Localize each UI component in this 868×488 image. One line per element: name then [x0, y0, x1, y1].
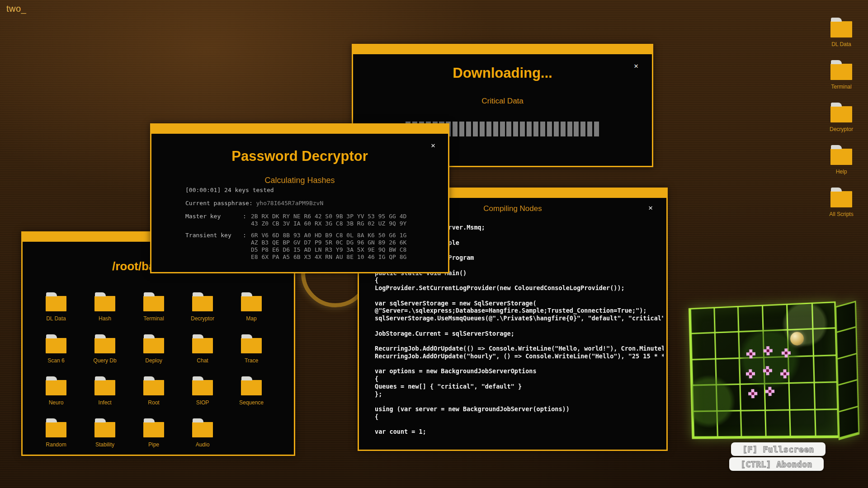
folder-icon [94, 422, 115, 437]
decryptor-titlebar[interactable] [151, 125, 448, 134]
folder-icon [192, 422, 213, 437]
folder-label: Deploy [145, 357, 162, 364]
folder-item[interactable]: Terminal [129, 290, 178, 332]
desktop-icon-label: Decryptor [830, 126, 853, 132]
code-line [375, 360, 664, 368]
master-key-row: Master key : 2B RX DK RY NE R6 42 S0 9B … [185, 213, 439, 227]
flower-sprite [763, 366, 773, 375]
keys-tested-line: [00:00:01] 24 keys tested [185, 187, 439, 194]
folder-item[interactable]: Sequence [227, 374, 276, 416]
code-line: LogProvider.SetCurrentLogProvider(new Co… [375, 284, 664, 292]
passphrase-label: Current passphrase: [185, 200, 256, 206]
folder-icon [46, 422, 66, 437]
folder-item[interactable]: SIOP [178, 374, 227, 416]
folder-item[interactable]: DL Data [32, 290, 80, 332]
folder-label: Decryptor [191, 315, 214, 322]
desktop-icon[interactable]: DL Data [824, 21, 859, 47]
master-key-hex: 2B RX DK RY NE R6 42 S0 9B 3P YV 53 95 G… [251, 213, 406, 227]
folder-icon [830, 21, 852, 38]
folder-item[interactable]: Decryptor [178, 290, 227, 332]
code-line [375, 337, 664, 345]
hex-line: AZ B3 QE BP GV D7 P9 5R 0C DG 96 GN 89 2… [251, 239, 406, 246]
code-line [375, 292, 664, 300]
desktop-icon-column: DL Data Terminal Decryptor Help All Scri… [824, 21, 859, 217]
file-manager-path: /root/ba [112, 259, 155, 273]
folder-icon [830, 149, 852, 165]
code-line: { [375, 277, 664, 284]
folder-item[interactable]: Neuro [32, 374, 80, 416]
folder-label: Map [246, 315, 256, 322]
folder-icon [143, 380, 164, 395]
folder-icon [192, 296, 213, 311]
key-colon: : [243, 213, 251, 227]
folder-label: Hash [99, 315, 111, 322]
hex-line: 6R V6 6D 8B 93 A0 HD B9 C8 0L 8A K6 50 G… [251, 232, 406, 239]
code-line: RecurringJob.AddOrUpdate("hourly", () =>… [375, 352, 664, 360]
desktop-icon[interactable]: Help [824, 149, 859, 175]
code-line: Queues = new[] { "critical", "default" } [375, 383, 664, 390]
folder-item[interactable]: Trace [227, 332, 276, 374]
folder-label: Sequence [239, 399, 264, 406]
desktop-icon[interactable]: All Scripts [824, 191, 859, 217]
code-line: sqlServerStorage.UseMsmqQueues(@".\Priva… [375, 314, 664, 322]
desktop-icon[interactable]: Decryptor [824, 106, 859, 132]
folder-item[interactable]: Scan 6 [32, 332, 80, 374]
folder-icon [192, 380, 213, 395]
folder-label: Audio [196, 441, 210, 448]
folder-label: SIOP [196, 399, 209, 406]
folder-item[interactable]: Infect [80, 374, 129, 416]
folder-label: Stability [95, 441, 114, 448]
folder-item[interactable]: Deploy [129, 332, 178, 374]
downloading-titlebar[interactable] [353, 45, 652, 54]
session-label: two_ [6, 4, 26, 14]
folder-icon [143, 296, 164, 311]
desktop-icon-label: All Scripts [829, 211, 853, 217]
folder-item[interactable]: Audio [178, 416, 227, 458]
decryptor-status: Calculating Hashes [151, 176, 448, 185]
hex-line: 43 Z0 CB 3V IA 60 RX 3G C8 3B RG 02 UZ 9… [251, 220, 406, 227]
hud-button[interactable]: [F] Fullscreen [731, 442, 826, 456]
folder-item[interactable]: Pipe [129, 416, 178, 458]
hex-line: D5 P8 E6 D6 I5 AD LN R3 Y9 3A 5X 9E 9Q B… [251, 246, 406, 253]
hud-button-stack: [F] Fullscreen [CTRL] Abondon [729, 442, 826, 471]
decryptor-terminal: [00:00:01] 24 keys tested Current passph… [185, 187, 439, 265]
folder-label: Pipe [148, 441, 159, 448]
hud-button[interactable]: [CTRL] Abondon [729, 457, 824, 471]
code-line: var count = 1; [375, 428, 664, 436]
folder-item[interactable]: Hash [80, 290, 129, 332]
folder-icon [830, 64, 852, 80]
folder-item[interactable]: Chat [178, 332, 227, 374]
folder-icon [241, 380, 262, 395]
flower-sprite [746, 369, 755, 379]
transient-key-row: Transient key : 6R V6 6D 8B 93 A0 HD B9 … [185, 232, 439, 261]
flower-sprite [763, 346, 773, 356]
code-line [375, 421, 664, 428]
folder-item[interactable]: Query Db [80, 332, 129, 374]
downloading-title: Downloading... [353, 65, 652, 81]
desktop-icon-label: DL Data [831, 41, 851, 47]
folder-icon [830, 191, 852, 207]
folder-icon [46, 380, 66, 395]
folder-icon [241, 296, 262, 311]
key-colon: : [243, 232, 251, 261]
desktop-icon[interactable]: Terminal [824, 64, 859, 90]
folder-label: Random [46, 441, 66, 448]
folder-label: Query Db [93, 357, 116, 364]
folder-item[interactable]: Random [32, 416, 80, 458]
folder-grid: DL Data Hash Terminal Decryptor [32, 290, 276, 458]
folder-item[interactable]: Root [129, 374, 178, 416]
code-line: RecurringJob.AddOrUpdate(() => Console.W… [375, 345, 664, 352]
flower-sprite [780, 369, 790, 379]
folder-item[interactable]: Stability [80, 416, 129, 458]
code-line: using (var server = new BackgroundJobSer… [375, 405, 664, 413]
cube-side-face [835, 300, 859, 440]
folder-icon [94, 296, 115, 311]
folder-item[interactable]: Map [227, 290, 276, 332]
flower-sprite [765, 387, 775, 396]
flower-sprite [748, 389, 758, 399]
code-line [375, 398, 664, 405]
downloading-subtitle: Critical Data [353, 97, 652, 106]
transient-key-label: Transient key [185, 232, 243, 261]
transient-key-hex: 6R V6 6D 8B 93 A0 HD B9 C8 0L 8A K6 50 G… [251, 232, 406, 261]
folder-icon [143, 422, 164, 437]
